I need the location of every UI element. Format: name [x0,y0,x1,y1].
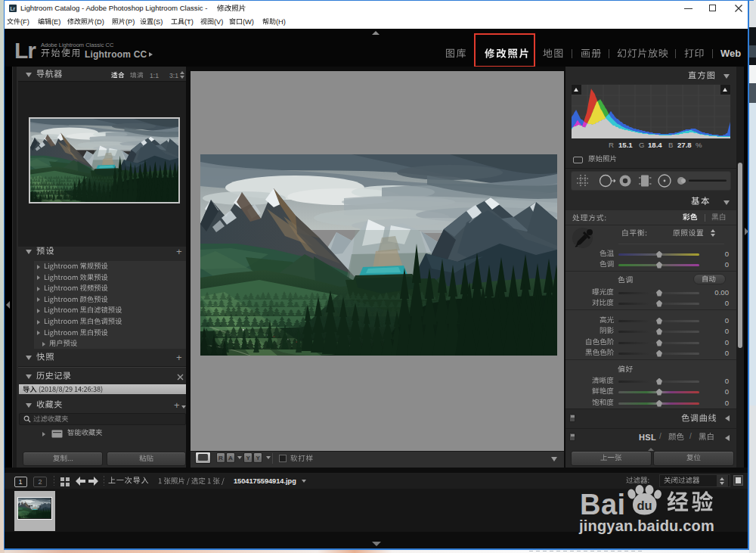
svg-text:du: du [637,499,652,512]
